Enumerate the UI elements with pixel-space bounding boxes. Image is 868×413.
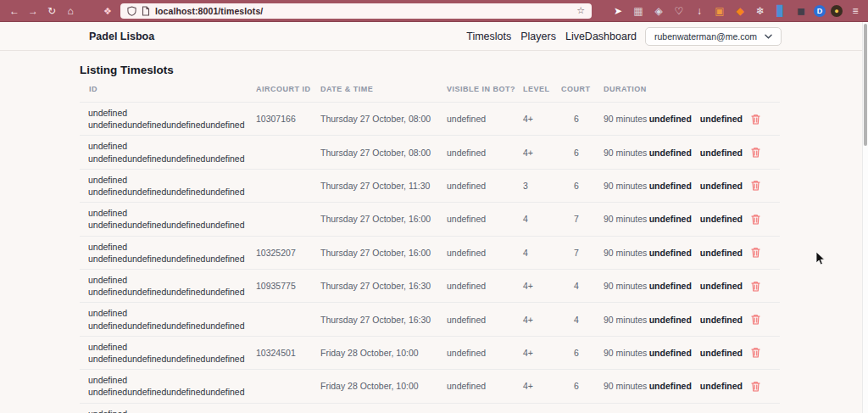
delete-icon[interactable] xyxy=(751,381,760,392)
show-link[interactable]: undefined xyxy=(649,181,692,191)
notebook-extension-icon[interactable]: ▊ xyxy=(773,4,788,18)
date-time: Thursday 27 October, 08:00 xyxy=(320,148,447,158)
timeslot-id: undefined undefinedundefinedundefinedund… xyxy=(80,374,256,398)
edit-link[interactable]: undefined xyxy=(700,181,743,191)
url-text[interactable]: localhost:8001/timeslots/ xyxy=(155,6,571,16)
level: 4 xyxy=(523,248,561,258)
visible-in-bot: undefined xyxy=(447,315,523,325)
level: 4+ xyxy=(523,281,561,291)
reload-icon[interactable]: ↻ xyxy=(44,4,59,18)
main-content: Listing Timeslots ID AIRCOURT ID DATE & … xyxy=(0,64,868,413)
date-time: Thursday 27 October, 11:30 xyxy=(320,181,447,191)
row-actions: undefined undefined xyxy=(661,381,780,392)
id-badge-extension-icon[interactable]: D xyxy=(814,5,826,17)
date-time: Thursday 27 October, 16:30 xyxy=(320,315,447,325)
menu-icon[interactable]: ≡ xyxy=(848,4,863,18)
col-date-time: DATE & TIME xyxy=(320,85,447,93)
court: 7 xyxy=(561,248,604,258)
court: 6 xyxy=(561,181,604,191)
show-link[interactable]: undefined xyxy=(649,148,692,158)
page-title: Listing Timeslots xyxy=(80,64,868,76)
show-link[interactable]: undefined xyxy=(649,281,692,291)
visible-in-bot: undefined xyxy=(447,248,523,258)
edit-link[interactable]: undefined xyxy=(700,381,743,391)
cat-extension-icon[interactable]: ● xyxy=(831,5,843,17)
show-link[interactable]: undefined xyxy=(649,381,692,391)
level: 4+ xyxy=(523,348,561,358)
delete-icon[interactable] xyxy=(751,214,760,225)
visible-in-bot: undefined xyxy=(447,148,523,158)
browser-extension-icons: ➤▦◈♡↓▣◆❄▊◼D●≡ xyxy=(610,4,863,18)
delete-icon[interactable] xyxy=(751,314,760,325)
diamond-extension-icon[interactable]: ◈ xyxy=(651,4,666,18)
forward-icon[interactable]: → xyxy=(25,4,41,18)
edit-link[interactable]: undefined xyxy=(700,114,743,124)
delete-icon[interactable] xyxy=(751,180,760,191)
row-actions: undefined undefined xyxy=(661,147,780,158)
edit-link[interactable]: undefined xyxy=(700,148,743,158)
delete-icon[interactable] xyxy=(751,347,760,358)
fox-extension-icon[interactable]: ◆ xyxy=(732,4,748,18)
page-icon[interactable] xyxy=(142,6,150,16)
delete-icon[interactable] xyxy=(751,247,760,258)
timeslot-id: undefined undefinedundefinedundefinedund… xyxy=(80,107,256,131)
col-id: ID xyxy=(80,85,256,93)
visible-in-bot: undefined xyxy=(447,281,523,291)
table-header: ID AIRCOURT ID DATE & TIME VISIBLE IN BO… xyxy=(80,76,780,102)
edit-link[interactable]: undefined xyxy=(700,315,743,325)
scrollbar-thumb[interactable] xyxy=(864,24,867,146)
court: 6 xyxy=(561,348,604,358)
browser-toolbar: ←→↻⌂ ❖ localhost:8001/timeslots/ ☆ ➤▦◈♡↓… xyxy=(0,0,868,22)
pinwheel-extension-icon[interactable]: ❖ xyxy=(100,4,115,18)
bookmark-star-icon[interactable]: ☆ xyxy=(576,5,585,16)
address-bar[interactable]: localhost:8001/timeslots/ ☆ xyxy=(120,3,592,19)
copy-squares-extension-icon[interactable]: ▣ xyxy=(712,4,727,18)
home-icon[interactable]: ⌂ xyxy=(63,4,78,18)
timeslot-id: undefined undefinedundefinedundefinedund… xyxy=(80,241,256,265)
show-link[interactable]: undefined xyxy=(649,214,692,224)
shield-icon[interactable] xyxy=(127,6,136,16)
date-time: Friday 28 October, 10:00 xyxy=(320,348,447,358)
delete-icon[interactable] xyxy=(751,147,760,158)
snowflake-extension-icon[interactable]: ❄ xyxy=(753,4,768,18)
camera-extension-icon[interactable]: ◼ xyxy=(793,4,809,18)
back-icon[interactable]: ← xyxy=(7,4,22,18)
level: 4+ xyxy=(523,315,561,325)
table-row: undefined undefinedundefinedundefinedund… xyxy=(80,202,780,235)
delete-icon[interactable] xyxy=(751,281,760,292)
edit-link[interactable]: undefined xyxy=(700,214,743,224)
delete-icon[interactable] xyxy=(751,114,760,125)
level: 4+ xyxy=(523,381,561,391)
visible-in-bot: undefined xyxy=(447,348,523,358)
pointer-extension-icon[interactable]: ➤ xyxy=(610,4,626,18)
download-icon[interactable]: ↓ xyxy=(692,4,707,18)
table-row: undefined undefinedundefinedundefinedund… xyxy=(80,302,780,335)
show-link[interactable]: undefined xyxy=(649,315,692,325)
timeslot-id: undefined undefinedundefinedundefinedund… xyxy=(80,207,256,231)
table-row: undefined undefinedundefinedundefinedund… xyxy=(80,403,780,413)
edit-link[interactable]: undefined xyxy=(700,281,743,291)
table-row: undefined undefinedundefinedundefinedund… xyxy=(80,169,780,202)
show-link[interactable]: undefined xyxy=(649,114,692,124)
shield-heart-icon[interactable]: ♡ xyxy=(671,4,687,18)
table-row: undefined undefinedundefinedundefinedund… xyxy=(80,236,780,269)
screenshot-extension-icon[interactable]: ▦ xyxy=(631,4,646,18)
timeslot-id: undefined undefinedundefinedundefinedund… xyxy=(80,140,256,164)
table-row: undefined undefinedundefinedundefinedund… xyxy=(80,135,780,168)
edit-link[interactable]: undefined xyxy=(700,348,743,358)
date-time: Thursday 27 October, 08:00 xyxy=(320,114,447,124)
show-link[interactable]: undefined xyxy=(649,248,692,258)
nav-players[interactable]: Players xyxy=(520,31,556,42)
edit-link[interactable]: undefined xyxy=(700,248,743,258)
account-email: rubenwaterman@me.com xyxy=(654,31,757,42)
aircourt-id: 10935775 xyxy=(256,281,320,291)
col-visible-in-bot: VISIBLE IN BOT? xyxy=(447,85,523,93)
vertical-scrollbar[interactable] xyxy=(862,22,868,413)
court: 7 xyxy=(561,214,604,224)
show-link[interactable]: undefined xyxy=(649,348,692,358)
nav-livedashboard[interactable]: LiveDashboard xyxy=(565,31,637,42)
nav-timeslots[interactable]: Timeslots xyxy=(466,31,511,42)
row-actions: undefined undefined xyxy=(661,347,780,358)
account-dropdown[interactable]: rubenwaterman@me.com xyxy=(645,27,782,46)
aircourt-id: 10324501 xyxy=(256,348,320,358)
